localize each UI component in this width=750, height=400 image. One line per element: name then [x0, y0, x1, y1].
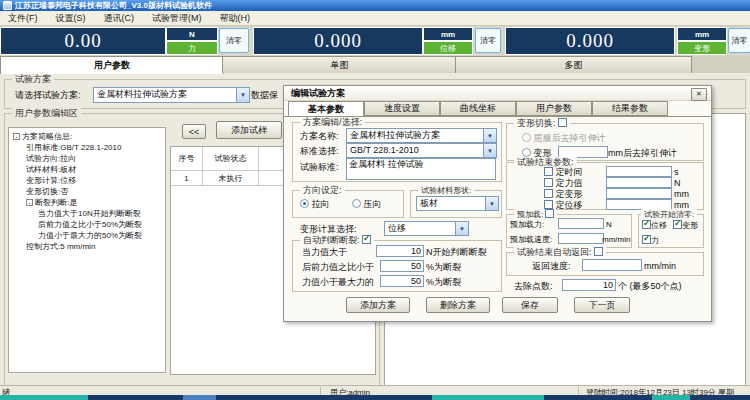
direction-pull-radio[interactable]: 拉向 [300, 199, 330, 210]
switch-option1-radio[interactable]: 屈服后去掉引伸计 [522, 133, 606, 144]
collapse-panel-button[interactable]: << [182, 124, 206, 139]
dialog-tab-result[interactable]: 结果参数 [592, 101, 668, 116]
edit-scheme-dialog: 编辑试验方案 ✕ 基本参数 速度设置 曲线坐标 用户参数 结果参数 方案编辑/选… [283, 85, 712, 322]
table-header-no: 序号 [171, 147, 203, 171]
radio-icon[interactable] [300, 199, 309, 208]
end-time-input[interactable] [606, 166, 672, 177]
title-bar: 江苏正瑞泰邦电子科技有限公司_V3.0版材料试验机软件 [0, 0, 750, 11]
deformation-label: 变形 [677, 41, 727, 55]
end-force-unit: N [674, 178, 681, 189]
menu-settings[interactable]: 设置(S) [56, 12, 86, 25]
force-label: 力 [166, 41, 218, 55]
save-button[interactable]: 保存 [502, 297, 558, 313]
menu-test-management[interactable]: 试验管理(M) [152, 12, 202, 25]
tab-single-chart[interactable]: 单图 [222, 56, 457, 73]
tree-node-material[interactable]: 试样材料:板材 [13, 164, 165, 175]
radio-icon[interactable] [522, 148, 531, 157]
end-deform-unit: mm [674, 189, 689, 200]
checkbox-icon[interactable] [594, 247, 603, 256]
collapse-icon[interactable] [26, 199, 33, 206]
return-speed-input[interactable] [582, 259, 642, 271]
break-rule3-input[interactable]: 50 [380, 275, 424, 287]
taskbar-strip [0, 395, 750, 400]
checkbox-icon[interactable] [544, 200, 553, 209]
dialog-tab-user[interactable]: 用户参数 [516, 101, 592, 116]
direction-press-radio[interactable]: 压向 [352, 199, 382, 210]
checkbox-icon[interactable] [544, 167, 553, 176]
menu-comm[interactable]: 通讯(C) [104, 12, 135, 25]
checkbox-icon[interactable] [642, 220, 651, 229]
checkbox-icon[interactable] [544, 189, 553, 198]
delete-scheme-button[interactable]: 删除方案 [426, 297, 490, 313]
material-shape-select[interactable]: 板材 ▼ [416, 196, 499, 211]
tree-node-direction[interactable]: 试验方向:拉向 [13, 153, 165, 164]
dropdown-arrow-icon[interactable]: ▼ [236, 88, 249, 102]
checkbox-icon[interactable] [362, 235, 371, 244]
checkbox-icon[interactable] [642, 235, 651, 244]
next-page-button[interactable]: 下一页 [574, 297, 630, 313]
dropdown-arrow-icon[interactable]: ▼ [483, 129, 496, 142]
tree-node-break-rule-2[interactable]: 后前力值之比小于50%为断裂 [13, 219, 165, 230]
end-time-checkbox[interactable]: 定时间 [544, 167, 583, 178]
menu-file[interactable]: 文件(F) [8, 12, 38, 25]
checkbox-icon[interactable] [544, 178, 553, 187]
radio-icon[interactable] [522, 133, 531, 142]
remove-points-input[interactable]: 10 [562, 279, 616, 291]
close-icon[interactable]: ✕ [691, 88, 707, 101]
tree-node-break-judge[interactable]: 断裂判断:是 [13, 197, 165, 208]
tab-user-params[interactable]: 用户参数 [0, 56, 224, 74]
tree-node-break-rule-1[interactable]: 当力值大于10N开始判断断裂 [13, 208, 165, 219]
tree-node-root[interactable]: 方案简略信息: [13, 131, 165, 142]
end-force-checkbox[interactable]: 定力值 [544, 178, 583, 189]
zero-deform-checkbox[interactable]: 变形 [673, 220, 698, 231]
standard-select[interactable]: GB/T 228.1-2010 ▼ [346, 143, 497, 158]
tree-node-standard[interactable]: 引用标准:GB/T 228.1-2010 [13, 142, 165, 153]
zero-disp-checkbox[interactable]: 位移 [642, 220, 667, 231]
checkbox-icon[interactable] [545, 209, 554, 218]
row-status-cell: 未执行 [203, 171, 259, 186]
preload-force-input[interactable] [558, 218, 604, 229]
dropdown-arrow-icon[interactable]: ▼ [485, 197, 498, 210]
break-rule2-input[interactable]: 50 [380, 260, 424, 272]
scheme-name-select[interactable]: 金属材料拉伸试验方案 ▼ [346, 128, 497, 143]
scheme-select[interactable]: 金属材料拉伸试验方案 ▼ [93, 87, 250, 103]
editor-panel-title: 用户参数编辑区 [12, 108, 81, 119]
end-deform-input[interactable] [606, 188, 672, 199]
tab-multi-chart[interactable]: 多图 [455, 56, 692, 73]
dialog-tab-basic[interactable]: 基本参数 [288, 101, 364, 117]
dropdown-arrow-icon[interactable]: ▼ [483, 144, 496, 157]
menu-help[interactable]: 帮助(H) [220, 12, 251, 25]
preload-speed-input[interactable] [558, 233, 604, 244]
dialog-tab-speed[interactable]: 速度设置 [364, 101, 440, 116]
deformation-clear-button[interactable]: 清零 [728, 28, 750, 53]
break-rule1-prefix: 当力值大于 [302, 247, 347, 258]
collapse-icon[interactable] [13, 133, 20, 140]
auto-break-title: 自动判断断裂: [300, 235, 374, 246]
end-deform-checkbox[interactable]: 定变形 [544, 189, 583, 200]
tree-node-deform-calc[interactable]: 变形计算:位移 [13, 175, 165, 186]
tree-node-control-mode[interactable]: 控制方式:5 mm/min [13, 241, 165, 252]
tree-node-deform-switch[interactable]: 变形切换:否 [13, 186, 165, 197]
return-speed-unit: mm/min [644, 261, 676, 272]
displacement-clear-button[interactable]: 清零 [475, 28, 501, 53]
break-rule1-input[interactable]: 10 [376, 245, 424, 257]
break-rule3-suffix: %为断裂 [426, 277, 461, 288]
return-speed-label: 返回速度: [532, 261, 571, 272]
checkbox-icon[interactable] [673, 220, 682, 229]
add-scheme-button[interactable]: 添加方案 [346, 297, 410, 313]
radio-icon[interactable] [352, 199, 361, 208]
deform-calc-select[interactable]: 位移 ▼ [384, 221, 469, 236]
row-no-cell: 1 [171, 171, 203, 186]
force-clear-button[interactable]: 清零 [219, 28, 249, 53]
test-standard-label: 试验标准: [300, 162, 339, 173]
end-force-input[interactable] [606, 177, 672, 188]
add-sample-button[interactable]: 添加试样 [216, 121, 282, 139]
dropdown-arrow-icon[interactable]: ▼ [455, 222, 468, 235]
dialog-tab-curve[interactable]: 曲线坐标 [440, 101, 516, 116]
zero-force-checkbox[interactable]: 力 [642, 235, 659, 246]
test-standard-field[interactable]: 金属材料 拉伸试验 [346, 158, 496, 180]
checkbox-icon[interactable] [558, 118, 567, 127]
tree-node-break-rule-3[interactable]: 力值小于最大力的50%为断裂 [13, 230, 165, 241]
taskbar-segment [652, 395, 690, 400]
material-shape-title: 试验材料形状: [418, 185, 474, 196]
